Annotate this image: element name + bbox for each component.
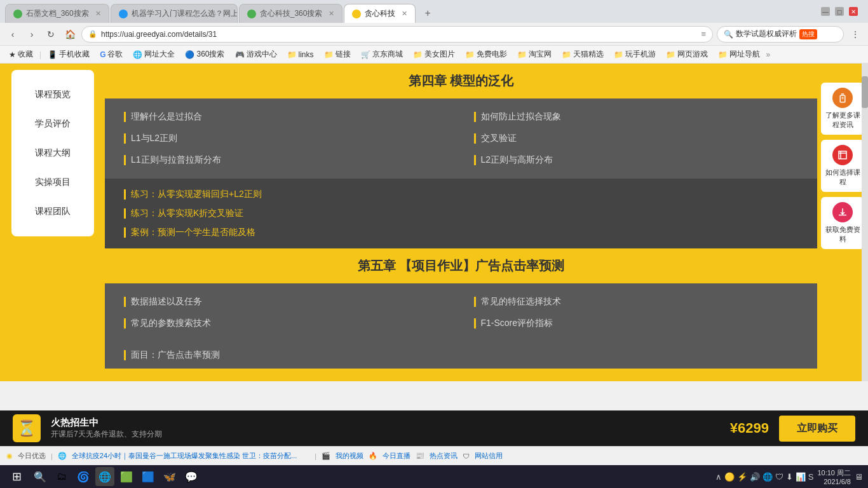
bookmark-chain[interactable]: 📁 链接 <box>320 48 355 61</box>
bookmark-tmall[interactable]: 📁 天猫精选 <box>558 48 607 61</box>
bookmark-label: 玩手机游 <box>625 49 656 60</box>
browser-search-box[interactable]: 🔍 数学试题权威评析 热搜 <box>717 26 844 43</box>
chapter4-title: 第四章 模型的泛化 <box>409 74 514 88</box>
bookmark-nav[interactable]: 📁 网址导航 <box>714 48 764 61</box>
restore-button[interactable]: ◻ <box>835 7 844 16</box>
today-label: 今日优选 <box>18 451 46 461</box>
exercise-2[interactable]: 练习：从零实现K折交叉验证 <box>124 208 798 219</box>
tray-icon-8[interactable]: S <box>808 472 814 482</box>
system-tray: ∧ 🟡 ⚡ 🔊 🌐 🛡 ⬇ 📊 S <box>715 472 814 482</box>
taskbar-5[interactable]: 🟩 <box>117 467 136 486</box>
taskbar-3[interactable]: 🌀 <box>74 467 93 486</box>
tray-icon-2[interactable]: ⚡ <box>737 472 747 482</box>
taskbar-6[interactable]: 🟦 <box>139 467 158 486</box>
tab-4[interactable]: 贪心科技 ✕ <box>344 4 416 23</box>
my-video-label[interactable]: 我的视频 <box>336 451 363 461</box>
tab-1-close[interactable]: ✕ <box>95 10 101 18</box>
purchase-info: 火热招生中 开课后7天无条件退款、支持分期 <box>51 417 720 440</box>
action-btn-resource[interactable]: 获取免费资料 <box>821 197 864 249</box>
scrollbar-track[interactable] <box>862 64 868 381</box>
sidebar-item-team[interactable]: 课程团队 <box>11 200 94 224</box>
forward-button[interactable]: › <box>24 27 39 42</box>
taskbar-browser[interactable]: 🌐 <box>95 467 114 486</box>
ch5-lesson-2: 常见的参数搜索技术 <box>124 318 449 329</box>
exercise-3[interactable]: 案例：预测一个学生是否能及格 <box>124 227 798 238</box>
back-button[interactable]: ‹ <box>5 27 20 42</box>
fire-icon: ⏳ <box>17 419 36 437</box>
browser-window: 石墨文档_360搜索 ✕ 机器学习入门课程怎么选？网上... ✕ 贪心科技_36… <box>0 0 868 381</box>
sidebar-projects-label: 实操项目 <box>35 177 71 187</box>
ch5-bar-3 <box>474 297 476 307</box>
fire-icon-box: ⏳ <box>13 414 41 442</box>
chapter4-lessons-grid: 理解什么是过拟合 如何防止过拟合现象 L1与L2正则 交叉验证 L1正则与拉普拉… <box>105 98 817 179</box>
taskbar-7[interactable]: 🦋 <box>160 467 179 486</box>
refresh-button[interactable]: ↻ <box>43 27 58 42</box>
lesson-item-6: L2正则与高斯分布 <box>474 154 799 166</box>
sidebar-item-projects[interactable]: 实操项目 <box>11 170 94 194</box>
tray-icon-7[interactable]: 📊 <box>796 472 806 482</box>
notification-icon[interactable]: 🖥 <box>855 472 863 482</box>
folder-icon: 📁 <box>287 50 297 59</box>
bookmark-label: 网址大全 <box>144 49 175 60</box>
info-separator-1: | <box>51 452 53 460</box>
news-text[interactable]: 全球抗疫24小时｜泰国曼谷一施工现场爆发聚集性感染 世卫：疫苗分配... <box>72 451 297 461</box>
sidebar-item-preview[interactable]: 课程预览 <box>11 83 94 107</box>
bookmark-movie[interactable]: 📁 免费电影 <box>461 48 511 61</box>
lesson-label-1: 理解什么是过拟合 <box>131 111 202 123</box>
bookmark-mobile-games[interactable]: 📁 玩手机游 <box>610 48 660 61</box>
games-icon: 🎮 <box>235 50 245 59</box>
tray-icon-6[interactable]: ⬇ <box>786 472 793 482</box>
taskbar-search[interactable]: 🔍 <box>31 467 50 486</box>
tray-icon-5[interactable]: 🛡 <box>775 472 783 482</box>
date-text: 2021/6/8 <box>817 478 851 485</box>
taskbar-wechat[interactable]: 💬 <box>182 467 201 486</box>
bookmark-favorites[interactable]: ★ 收藏 <box>5 48 37 61</box>
live-label[interactable]: 今日直播 <box>383 451 410 461</box>
tab-4-close[interactable]: ✕ <box>402 10 407 18</box>
start-button[interactable]: ⊞ <box>5 465 28 488</box>
new-tab-button[interactable]: + <box>417 4 438 23</box>
extensions-button[interactable]: ⋮ <box>848 27 863 42</box>
close-button[interactable]: ✕ <box>849 7 858 16</box>
bookmark-360[interactable]: 🔵 360搜索 <box>181 48 228 61</box>
tab-1[interactable]: 石墨文档_360搜索 ✕ <box>5 4 109 23</box>
tab-3[interactable]: 贪心科技_360搜索 ✕ <box>239 4 343 23</box>
tab-3-label: 贪心科技_360搜索 <box>260 8 323 19</box>
sidebar-item-outline[interactable]: 课程大纲 <box>11 141 94 165</box>
scrollbar-thumb[interactable] <box>862 76 868 108</box>
hot-info-label[interactable]: 热点资讯 <box>430 451 458 461</box>
tab-3-close[interactable]: ✕ <box>329 10 334 18</box>
bookmark-games[interactable]: 🎮 游戏中心 <box>231 48 281 61</box>
taskbar-store[interactable]: 🗂 <box>52 467 71 486</box>
home-button[interactable]: 🏠 <box>62 27 78 42</box>
tab-2[interactable]: 机器学习入门课程怎么选？网上... ✕ <box>111 4 238 23</box>
tray-icon-4[interactable]: 🌐 <box>763 472 773 482</box>
bookmark-links[interactable]: 📁 links <box>283 49 318 60</box>
exercise-1[interactable]: 练习：从零实现逻辑回归+L2正则 <box>124 189 798 200</box>
bookmark-photos[interactable]: 📁 美女图片 <box>409 48 459 61</box>
buy-button[interactable]: 立即购买 <box>779 416 855 442</box>
bookmark-mobile[interactable]: 📱 手机收藏 <box>44 48 93 61</box>
bookmark-jd[interactable]: 🛒 京东商城 <box>357 48 407 61</box>
tray-up-icon[interactable]: ∧ <box>715 472 722 482</box>
tab-bar: 石墨文档_360搜索 ✕ 机器学习入门课程怎么选？网上... ✕ 贪心科技_36… <box>5 0 816 23</box>
site-credit-label[interactable]: 网站信用 <box>475 451 503 461</box>
action-btn-info[interactable]: 了解更多课程资讯 <box>821 83 864 135</box>
tray-icon-1[interactable]: 🟡 <box>724 472 735 482</box>
lesson-item-2: L1与L2正则 <box>124 133 449 144</box>
minimize-button[interactable]: — <box>821 7 830 16</box>
bookmark-taobao[interactable]: 📁 淘宝网 <box>513 48 555 61</box>
sidebar-item-reviews[interactable]: 学员评价 <box>11 112 94 136</box>
action-btn-choose[interactable]: 如何选择课程 <box>821 140 864 192</box>
exercise-bar-1 <box>124 189 126 200</box>
bookmark-label: 收藏 <box>18 49 33 60</box>
address-bar[interactable]: 🔒 https://uai.greedyai.com/details/31 ≡ <box>81 26 713 43</box>
bookmark-web[interactable]: 🌐 网址大全 <box>129 48 179 61</box>
bookmark-webgames[interactable]: 📁 网页游戏 <box>662 48 712 61</box>
tab-1-label: 石墨文档_360搜索 <box>26 8 89 19</box>
tray-icon-3[interactable]: 🔊 <box>750 472 760 482</box>
bookmark-google[interactable]: G 谷歌 <box>96 48 126 61</box>
tab-2-icon <box>119 10 128 18</box>
price-display: ¥6299 <box>730 420 769 437</box>
lesson-bar-1 <box>124 112 126 122</box>
